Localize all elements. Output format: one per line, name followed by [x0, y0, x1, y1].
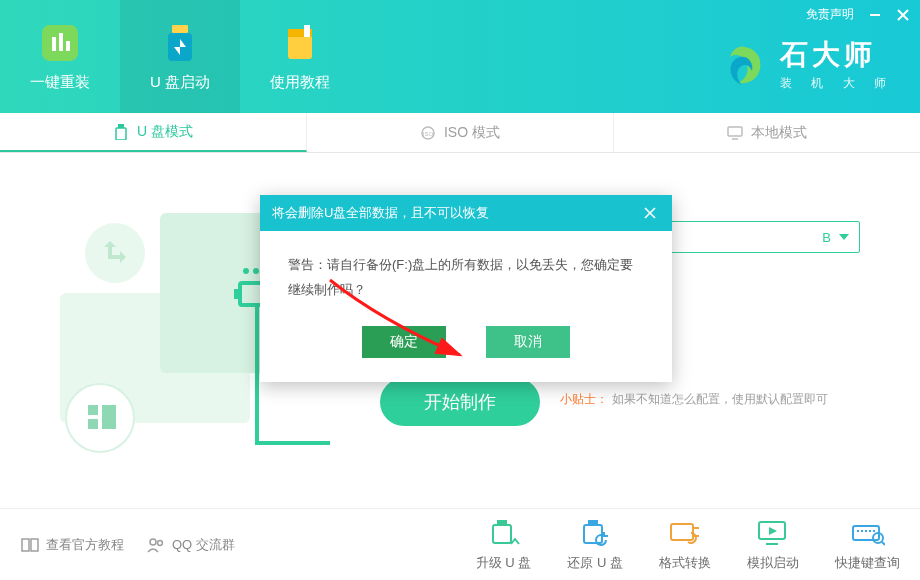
dialog-title-bar: 将会删除U盘全部数据，且不可以恢复: [260, 195, 672, 231]
dialog-title: 将会删除U盘全部数据，且不可以恢复: [272, 204, 489, 222]
cancel-button[interactable]: 取消: [486, 326, 570, 358]
dialog-close-button[interactable]: [640, 203, 660, 223]
confirm-dialog: 将会删除U盘全部数据，且不可以恢复 警告：请自行备份(F:)盘上的所有数据，以免…: [260, 195, 672, 382]
dialog-body: 警告：请自行备份(F:)盘上的所有数据，以免丢失，您确定要继续制作吗？: [260, 231, 672, 312]
close-icon: [643, 206, 657, 220]
ok-button[interactable]: 确定: [362, 326, 446, 358]
dialog-actions: 确定 取消: [260, 312, 672, 382]
